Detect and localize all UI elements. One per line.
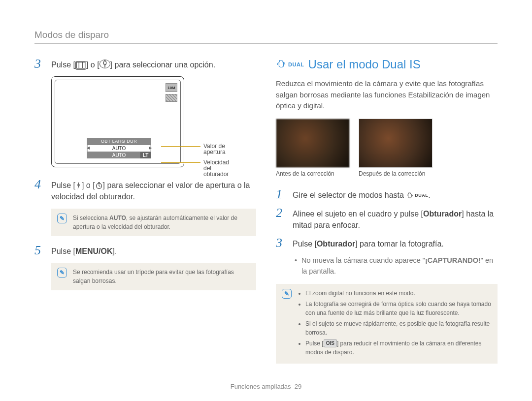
svg-line-5 xyxy=(99,186,100,186)
note-auto: ✎ Si selecciona AUTO, se ajustarán autom… xyxy=(51,209,256,236)
dual-is-icon-inline: DUAL xyxy=(406,192,428,200)
annotation-shutter: Velocidad del obturador xyxy=(203,159,229,177)
step-number: 1 xyxy=(276,188,286,201)
note-text: Si selecciona AUTO, se ajustarán automát… xyxy=(73,214,250,231)
note-tripod: ✎ Se recomienda usar un trípode para evi… xyxy=(51,263,256,290)
breadcrumb-header: Modos de disparo xyxy=(34,30,498,40)
step-text: Gire el selector de modos hasta DUAL. xyxy=(293,188,431,201)
thumb-before: Antes de la corrección xyxy=(276,119,350,177)
flash-icon xyxy=(75,181,82,189)
sub-bullet-capturing: No mueva la cámara cuando aparece "¡CAPT… xyxy=(301,255,498,277)
note-list: El zoom digital no funciona en este modo… xyxy=(298,289,492,359)
note-item: La fotografía se corregirá de forma ópti… xyxy=(305,300,492,317)
ois-button-label: OIS xyxy=(324,339,337,347)
dual-is-icon: DUAL xyxy=(276,59,304,70)
step-text: Pulse [] o [] para seleccionar una opció… xyxy=(51,58,215,70)
comparison-thumbnails: Antes de la corrección Después de la cor… xyxy=(276,119,498,177)
step-number: 3 xyxy=(276,237,286,249)
note-item: Pulse [OIS] para reducir el movimiento d… xyxy=(305,339,492,357)
step-5: 5 Pulse [MENU/OK]. xyxy=(34,244,256,257)
lt-badge: LT xyxy=(140,152,151,158)
step-number: 4 xyxy=(34,178,44,202)
lcd-menu-selected: AUTO xyxy=(87,145,151,152)
note-dual-is: ✎ El zoom digital no funciona en este mo… xyxy=(276,284,498,364)
after-image xyxy=(359,119,432,168)
svg-rect-0 xyxy=(76,62,85,68)
step-3-right: 3 Pulse [Obturador] para tomar la fotogr… xyxy=(276,237,498,249)
step-number: 5 xyxy=(34,244,44,257)
quality-badge xyxy=(166,94,177,102)
right-column: DUAL Usar el modo Dual IS Reduzca el mov… xyxy=(276,58,498,371)
annotation-aperture: Valor de apertura xyxy=(203,143,226,155)
note-item: Si el sujeto se mueve rápidamente, es po… xyxy=(305,319,492,337)
step-3: 3 Pulse [] o [] para seleccionar una opc… xyxy=(34,58,256,70)
step-text: Pulse [Obturador] para tomar la fotograf… xyxy=(293,237,444,249)
step-number: 2 xyxy=(276,207,286,231)
thumb-after: Después de la corrección xyxy=(359,119,432,177)
lcd-menu-header: OBT LARG DUR xyxy=(87,138,151,145)
step-text: Pulse [] o [] para seleccionar el valor … xyxy=(51,178,256,202)
step-text: Pulse [MENU/OK]. xyxy=(51,244,117,257)
step-1-right: 1 Gire el selector de modos hasta DUAL. xyxy=(276,188,498,201)
note-item: El zoom digital no funciona en este modo… xyxy=(305,289,492,298)
step-4: 4 Pulse [] o [] para seleccionar el valo… xyxy=(34,178,256,202)
step-number: 3 xyxy=(34,58,44,70)
section-intro: Reduzca el movimiento de la cámara y evi… xyxy=(276,78,498,112)
note-text: Se recomienda usar un trípode para evita… xyxy=(73,268,250,285)
info-icon: ✎ xyxy=(57,214,67,223)
step-text: Alinee el sujeto en el cuadro y pulse [O… xyxy=(293,207,498,231)
header-divider xyxy=(34,43,498,44)
step-2-right: 2 Alinee el sujeto en el cuadro y pulse … xyxy=(276,207,498,231)
lcd-menu: OBT LARG DUR AUTO AUTO LT xyxy=(87,138,151,158)
section-title: DUAL Usar el modo Dual IS xyxy=(276,58,498,71)
before-caption: Antes de la corrección xyxy=(276,170,350,177)
page-footer: Funciones ampliadas 29 xyxy=(0,383,532,390)
display-icon xyxy=(75,61,86,70)
info-icon: ✎ xyxy=(57,268,67,278)
lcd-screen-diagram: 10M OBT LARG DUR AUTO AUTO LT Valor de a… xyxy=(51,76,184,167)
resolution-badge: 10M xyxy=(166,83,177,92)
info-icon: ✎ xyxy=(282,289,292,299)
left-column: 3 Pulse [] o [] para seleccionar una opc… xyxy=(34,58,256,371)
timer-icon xyxy=(95,181,103,189)
lcd-menu-bottom: AUTO LT xyxy=(87,152,151,158)
macro-icon xyxy=(100,60,110,68)
before-image xyxy=(276,119,350,168)
after-caption: Después de la corrección xyxy=(359,170,432,177)
